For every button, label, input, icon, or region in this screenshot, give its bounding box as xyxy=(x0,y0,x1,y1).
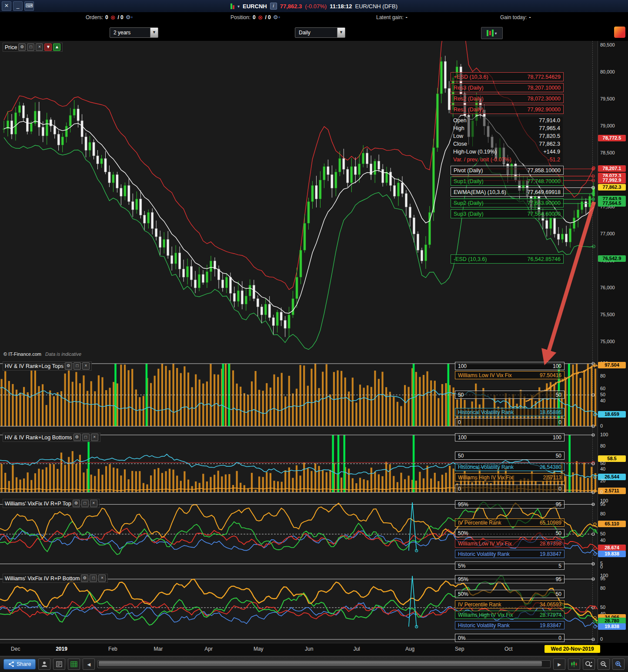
indicator-panel-title: HV & IV Rank+Log Bottoms xyxy=(5,435,72,441)
buy-arrow-icon[interactable]: ▲ xyxy=(53,43,60,51)
ohlc-row: Close77,862.3 xyxy=(451,140,563,148)
time-axis-label: Oct xyxy=(504,646,513,652)
indicator-legend-row: Williams High IV Vix Fix2.57113 xyxy=(455,473,565,481)
close-position-icon[interactable]: ⊗ xyxy=(258,14,263,20)
close-icon[interactable]: × xyxy=(98,575,106,582)
news-icon[interactable] xyxy=(53,659,65,670)
indicator-panel-title: Williams' VixFix IV R+P Bottom xyxy=(5,575,80,582)
sell-arrow-icon[interactable]: ▼ xyxy=(44,43,52,51)
price-panel-header: Price ⚙ □ × ▼ ▲ xyxy=(3,43,63,52)
watchlist-table-icon[interactable] xyxy=(68,659,80,670)
trading-app-window: ✕ _ ⌨ ▾ EURCNH i 77,862.3 (-0.07%) 11:18… xyxy=(0,0,628,672)
time-axis-label: 2019 xyxy=(56,646,67,652)
close-icon[interactable]: × xyxy=(91,434,98,441)
trading-accounts-icon[interactable] xyxy=(38,659,50,670)
indicator-value-box: Pivot (Daily)77,858.10000 xyxy=(451,166,564,175)
price-axis-strip[interactable] xyxy=(598,41,628,643)
symbol-dropdown-caret[interactable]: ▾ xyxy=(237,4,240,9)
zoom-fit-icon[interactable] xyxy=(583,659,595,670)
indicator-legend-row: 100100 xyxy=(455,362,565,370)
indicator-value-box: Sup3 (Daily)77,564.60000 xyxy=(451,209,564,218)
period-select[interactable]: Daily ▼ xyxy=(295,27,345,38)
wrench-icon[interactable]: ⚙ xyxy=(73,500,80,507)
wrench-icon[interactable]: ⚙ xyxy=(81,575,88,582)
chevron-down-icon[interactable]: ▼ xyxy=(337,28,345,37)
indicator-legend-row: Historic Volatility Rank19.83847 xyxy=(455,621,565,629)
orders-extra: / 0 xyxy=(117,14,123,20)
gain-today-label: Gain today: xyxy=(500,14,527,20)
window-icon[interactable]: □ xyxy=(81,500,89,507)
candlestick-icon xyxy=(230,3,234,9)
indicator-panel-header: Williams' VixFix IV R+P Top⚙□× xyxy=(3,499,100,508)
window-icon[interactable]: □ xyxy=(27,43,34,51)
symbol-name[interactable]: EURCNH xyxy=(243,3,267,10)
candle-glyph xyxy=(492,30,494,37)
copyright-note: © IT-Finance.com Data is indicative xyxy=(3,351,81,357)
indicator-legend-row: 5050 xyxy=(455,391,565,399)
indicator-value-box: EWMA(EMA) (10,3.6)77,649.69918 xyxy=(451,187,564,197)
window-icon[interactable]: □ xyxy=(73,362,81,370)
window-icon[interactable]: □ xyxy=(82,434,90,441)
time-axis[interactable]: Wed 20-Nov-2019 Dec2019FebMarAprMayJunJu… xyxy=(0,643,598,656)
zoom-out-icon[interactable] xyxy=(598,659,610,670)
close-icon[interactable]: × xyxy=(36,43,43,51)
time-axis-label: Aug xyxy=(405,646,414,652)
scroll-left-button[interactable]: ◀ xyxy=(83,659,95,670)
close-icon[interactable]: × xyxy=(90,500,97,507)
indicator-legend-row: 50%50 xyxy=(455,529,565,537)
indicator-legend-row: 95%95 xyxy=(455,500,565,508)
titlebar: ✕ _ ⌨ ▾ EURCNH i 77,862.3 (-0.07%) 11:18… xyxy=(0,0,628,13)
indicator-legend-row: Historical Volatility Rank26.54380 xyxy=(455,463,565,471)
position-settings-icon[interactable]: ⚙+ xyxy=(273,14,281,20)
ohlc-row: High-Low (0.19%)+144.9 xyxy=(451,148,563,156)
indicator-value-box: +ESD (10,3.6)78,772.54629 xyxy=(451,72,564,81)
indicator-legend-row: Williams High IV Vix Fix28.77974 xyxy=(455,611,565,619)
position-extra: / 0 xyxy=(265,14,271,20)
scroll-right-button[interactable]: ▶ xyxy=(553,659,565,670)
ohlc-row: Low77,820.5 xyxy=(451,132,563,140)
share-button[interactable]: Share xyxy=(3,659,36,669)
indicator-legend-row: 5%5 xyxy=(455,562,565,570)
position-label: Position: xyxy=(230,14,251,20)
window-icon[interactable]: □ xyxy=(90,575,97,582)
close-icon[interactable]: × xyxy=(82,362,90,370)
wrench-icon[interactable]: ⚙ xyxy=(18,43,26,51)
price-change: (-0.07%) xyxy=(305,3,327,10)
indicator-legend-row: Williams Low IV Vix Fix28.67398 xyxy=(455,539,565,548)
quote-time: 11:18:12 xyxy=(330,3,352,10)
chevron-down-icon[interactable]: ▼ xyxy=(150,28,158,37)
position-count: 0 xyxy=(253,14,256,20)
app-logo-icon[interactable] xyxy=(614,27,625,38)
time-axis-label: Dec xyxy=(11,646,20,652)
indicator-panel-header: HV & IV Rank+Log Tops⚙□× xyxy=(3,361,92,371)
chart-style-button[interactable]: ▾ xyxy=(481,27,503,39)
time-axis-label: Feb xyxy=(108,646,117,652)
titlebar-center: ▾ EURCNH i 77,862.3 (-0.07%) 11:18:12 EU… xyxy=(0,0,628,12)
horizontal-scrollbar[interactable] xyxy=(97,660,551,668)
info-icon[interactable]: i xyxy=(270,3,277,10)
chart-mode-icon[interactable] xyxy=(568,659,580,670)
cancel-orders-icon[interactable]: ⊗ xyxy=(110,14,116,20)
orders-bar: Orders: 0 ⊗ / 0 ⚙+ Position: 0 ⊗ / 0 ⚙+ … xyxy=(0,12,628,24)
share-label: Share xyxy=(17,661,31,667)
zoom-in-icon[interactable] xyxy=(612,659,625,670)
orders-settings-icon[interactable]: ⚙+ xyxy=(126,14,133,20)
copyright-text: © IT-Finance.com xyxy=(3,351,41,357)
last-price: 77,862.3 xyxy=(280,3,302,10)
range-select[interactable]: 2 years ▼ xyxy=(110,27,158,38)
indicator-legend-row: 00 xyxy=(455,418,565,426)
wrench-icon[interactable]: ⚙ xyxy=(65,362,72,370)
range-select-value: 2 years xyxy=(114,30,130,36)
ohlc-row: Var. / prev. unit (-0.07%)-51.2 xyxy=(451,156,563,164)
gain-today-group: Gain today: - xyxy=(500,14,531,20)
wrench-icon[interactable]: ⚙ xyxy=(73,434,81,441)
latent-gain-group: Latent gain: - xyxy=(376,14,408,20)
indicator-value-box: Res3 (Daily)78,207.10000 xyxy=(451,83,564,92)
latent-gain-label: Latent gain: xyxy=(376,14,404,20)
time-axis-label: Mar xyxy=(154,646,163,652)
time-axis-label: Jun xyxy=(305,646,313,652)
scrollbar-thumb[interactable] xyxy=(99,661,542,666)
indicator-value-box: -ESD (10,3.6)76,542.85746 xyxy=(451,254,564,264)
indicator-legend-row: 50%50 xyxy=(455,590,565,598)
period-select-value: Daily xyxy=(299,30,311,36)
